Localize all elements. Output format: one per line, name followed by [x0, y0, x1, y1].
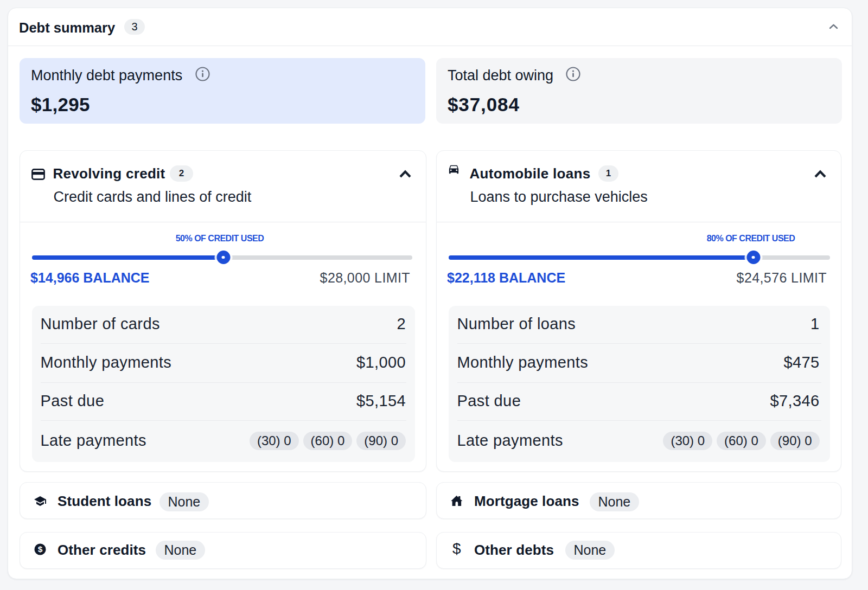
- svg-text:$: $: [38, 544, 43, 554]
